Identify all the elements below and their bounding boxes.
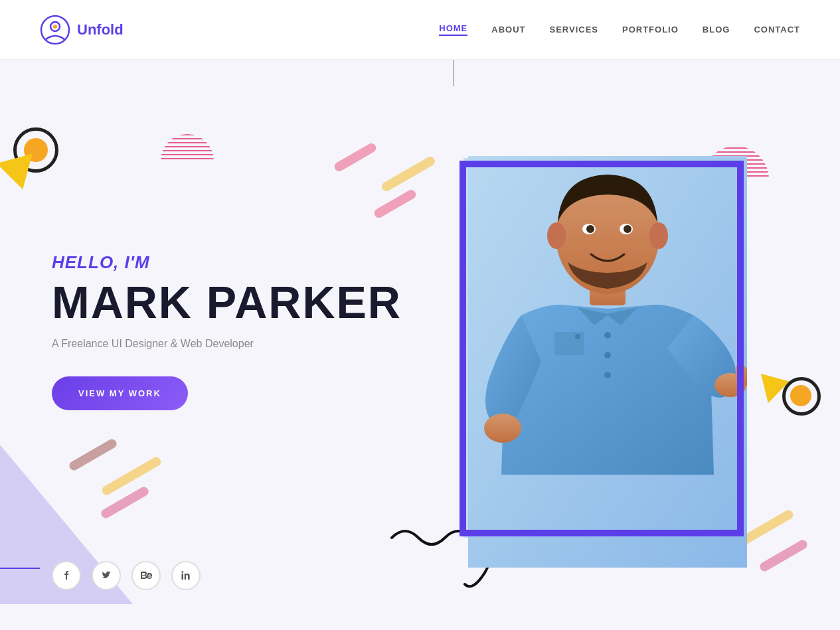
logo[interactable]: Unfold [40,15,124,45]
svg-point-11 [586,225,594,233]
svg-point-2 [53,25,57,29]
pill-decoration-1 [333,141,378,173]
linkedin-icon[interactable] [171,561,201,590]
greeting-text: HELLO, I'M [52,252,402,273]
nav-portfolio[interactable]: PORTFOLIO [622,25,679,35]
svg-point-15 [604,372,611,378]
top-line-decoration [453,60,454,86]
striped-circle-top [161,134,214,161]
site-header: Unfold HOME ABOUT SERVICES PORTFOLIO BLO… [0,0,840,60]
subtitle-text: A Freelance UI Designer & Web Developer [52,338,402,350]
hero-content: HELLO, I'M MARK PARKER A Freelance UI De… [52,252,402,410]
main-nav: HOME ABOUT SERVICES PORTFOLIO BLOG CONTA… [439,23,800,36]
pill-decoration-2 [380,155,437,193]
pill-decoration-3 [373,188,418,219]
svg-point-19 [649,222,668,249]
logo-text: Unfold [77,21,124,39]
nav-about[interactable]: ABOUT [491,25,525,35]
svg-point-18 [547,222,566,249]
svg-point-12 [624,225,631,233]
twitter-icon[interactable] [92,561,121,590]
name-heading: MARK PARKER [52,279,402,325]
svg-point-17 [575,334,580,339]
portrait-container [468,156,747,568]
behance-icon[interactable] [131,561,161,590]
social-icons-group [52,561,201,590]
svg-point-5 [484,414,521,443]
nav-home[interactable]: HOME [439,23,467,36]
nav-services[interactable]: SERVICES [549,25,598,35]
horizontal-line-decoration [0,568,40,569]
logo-icon [40,15,70,45]
hero-section: HELLO, I'M MARK PARKER A Freelance UI De… [0,60,840,630]
nav-blog[interactable]: BLOG [703,25,730,35]
nav-contact[interactable]: CONTACT [754,25,800,35]
portrait-svg [468,156,747,568]
cta-button[interactable]: VIEW MY WORK [52,376,188,410]
circle-inner-decoration-r [790,385,811,406]
pill-decoration-8 [758,538,809,573]
facebook-icon[interactable] [52,561,81,590]
svg-point-14 [604,352,611,358]
svg-point-13 [604,332,611,339]
